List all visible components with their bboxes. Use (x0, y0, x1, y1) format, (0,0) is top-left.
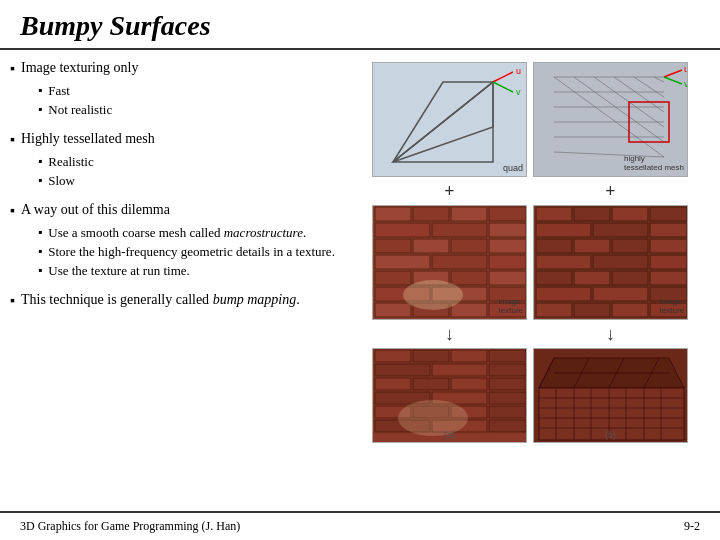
sub-bullet-3-1: ▪ Use a smooth coarse mesh called macros… (38, 224, 340, 242)
mesh-label: highlytessellated mesh (624, 155, 684, 173)
sub-text-2-2: Slow (48, 172, 75, 190)
svg-text:u: u (684, 64, 687, 74)
svg-rect-76 (574, 303, 610, 317)
svg-rect-48 (375, 303, 411, 317)
svg-rect-63 (612, 239, 648, 253)
bullet-section-2: ▪ Highly tessellated mesh ▪ Realistic ▪ … (10, 129, 340, 190)
sub-text-1-1: Fast (48, 82, 70, 100)
svg-rect-60 (650, 223, 687, 237)
bullet-icon-4: ▪ (10, 291, 15, 311)
svg-rect-87 (375, 378, 411, 390)
svg-rect-80 (375, 350, 411, 362)
svg-rect-30 (489, 207, 526, 221)
svg-rect-37 (489, 239, 526, 253)
svg-rect-44 (489, 271, 526, 285)
slide-container: Bumpy Surfaces ▪ Image texturing only ▪ … (0, 0, 720, 540)
sub-text-2-1: Realistic (48, 153, 94, 171)
image-row-3: (a) (350, 348, 710, 443)
svg-rect-81 (413, 350, 449, 362)
svg-rect-68 (536, 271, 572, 285)
svg-rect-38 (375, 255, 430, 269)
image-column: u v quad (350, 58, 710, 511)
svg-rect-28 (413, 207, 449, 221)
svg-rect-67 (650, 255, 687, 269)
svg-rect-75 (536, 303, 572, 317)
svg-rect-32 (432, 223, 487, 237)
sub-icon-1-2: ▪ (38, 101, 42, 118)
bullet-icon-2: ▪ (10, 130, 15, 150)
text-column: ▪ Image texturing only ▪ Fast ▪ Not real… (10, 58, 340, 511)
bullet-text-4: This technique is generally called bump … (21, 290, 300, 310)
content-area: ▪ Image texturing only ▪ Fast ▪ Not real… (0, 50, 720, 511)
image-row-1: u v quad (350, 62, 710, 177)
quad-label: quad (503, 163, 523, 173)
svg-rect-77 (612, 303, 648, 317)
svg-rect-88 (413, 378, 449, 390)
bullet-main-4: ▪ This technique is generally called bum… (10, 290, 340, 311)
result-label-1: (a) (373, 430, 526, 440)
sub-bullet-2-2: ▪ Slow (38, 172, 340, 190)
svg-rect-82 (451, 350, 487, 362)
bullet-icon-3: ▪ (10, 201, 15, 221)
bullet-main-3: ▪ A way out of this dilemma (10, 200, 340, 221)
svg-rect-40 (489, 255, 526, 269)
svg-rect-29 (451, 207, 487, 221)
svg-rect-39 (432, 255, 487, 269)
footer: 3D Graphics for Game Programming (J. Han… (0, 511, 720, 540)
image-row-2: imagetexture (350, 205, 710, 320)
svg-rect-85 (432, 364, 487, 376)
sub-icon-2-2: ▪ (38, 172, 42, 189)
svg-rect-90 (489, 378, 526, 390)
svg-rect-73 (593, 287, 648, 301)
sub-bullet-1-2: ▪ Not realistic (38, 101, 340, 119)
svg-rect-93 (489, 392, 526, 404)
brick-image-1: imagetexture (372, 205, 527, 320)
svg-rect-84 (375, 364, 430, 376)
svg-text:u: u (516, 66, 521, 76)
bullet-text-3: A way out of this dilemma (21, 200, 170, 220)
svg-rect-56 (612, 207, 648, 221)
svg-rect-33 (489, 223, 526, 237)
sub-bullets-3: ▪ Use a smooth coarse mesh called macros… (38, 224, 340, 281)
plus-sign-2: + (533, 182, 688, 200)
svg-rect-34 (375, 239, 411, 253)
sub-text-3-2: Store the high-frequency geometric detai… (48, 243, 335, 261)
sub-icon-3-3: ▪ (38, 262, 42, 279)
svg-rect-89 (451, 378, 487, 390)
svg-rect-54 (536, 207, 572, 221)
sub-icon-3-1: ▪ (38, 224, 42, 241)
bullet-text-2: Highly tessellated mesh (21, 129, 155, 149)
result-svg-1 (373, 348, 526, 443)
brick-image-2: imagetexture (533, 205, 688, 320)
svg-rect-59 (593, 223, 648, 237)
svg-rect-61 (536, 239, 572, 253)
sub-icon-2-1: ▪ (38, 153, 42, 170)
result-image-2: (b) (533, 348, 688, 443)
plus-sign-1: + (372, 182, 527, 200)
svg-rect-71 (650, 271, 687, 285)
bullet-section-4: ▪ This technique is generally called bum… (10, 290, 340, 311)
sub-bullets-2: ▪ Realistic ▪ Slow (38, 153, 340, 190)
arrow-sign-2: ↓ (533, 325, 688, 343)
svg-text:v: v (684, 79, 687, 89)
svg-rect-58 (536, 223, 591, 237)
result-image-1: (a) (372, 348, 527, 443)
svg-rect-72 (536, 287, 591, 301)
plus-row: + + (350, 181, 710, 201)
footer-left: 3D Graphics for Game Programming (J. Han… (20, 519, 240, 534)
svg-rect-27 (375, 207, 411, 221)
mesh-image: u v highlytessellated mesh (533, 62, 688, 177)
arrow-sign-1: ↓ (372, 325, 527, 343)
svg-rect-66 (593, 255, 648, 269)
sub-bullet-3-2: ▪ Store the high-frequency geometric det… (38, 243, 340, 261)
quad-image: u v quad (372, 62, 527, 177)
svg-rect-83 (489, 350, 526, 362)
sub-text-3-3: Use the texture at run time. (48, 262, 190, 280)
svg-rect-86 (489, 364, 526, 376)
sub-icon-1-1: ▪ (38, 82, 42, 99)
svg-rect-55 (574, 207, 610, 221)
svg-point-52 (403, 280, 463, 310)
brick-label-2: imagetexture (660, 298, 684, 316)
svg-text:v: v (516, 87, 521, 97)
sub-bullet-3-3: ▪ Use the texture at run time. (38, 262, 340, 280)
